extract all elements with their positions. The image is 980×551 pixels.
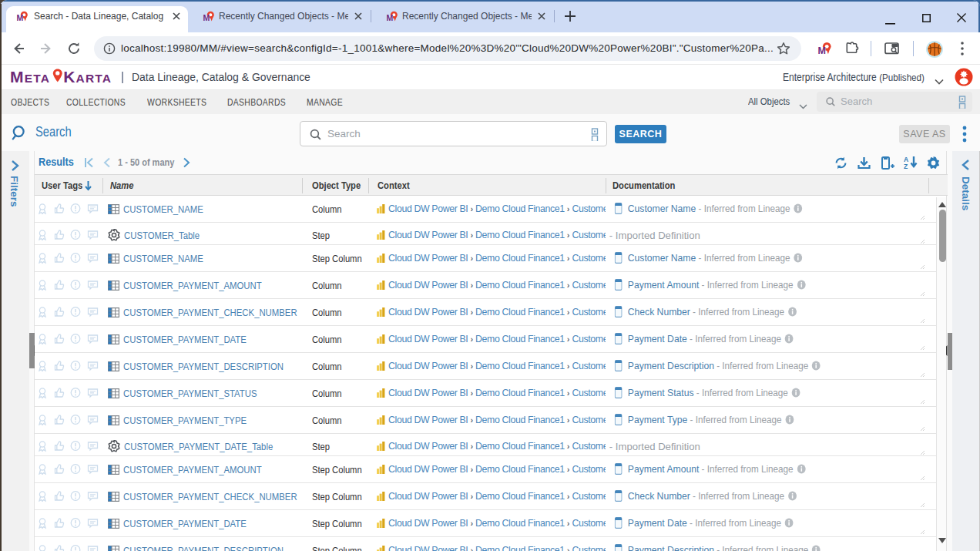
svg-text:M: M: [387, 13, 394, 22]
svg-text:M: M: [818, 45, 826, 55]
svg-text:Z: Z: [904, 163, 908, 170]
svg-text:M: M: [203, 13, 210, 22]
svg-text:M: M: [17, 13, 24, 22]
